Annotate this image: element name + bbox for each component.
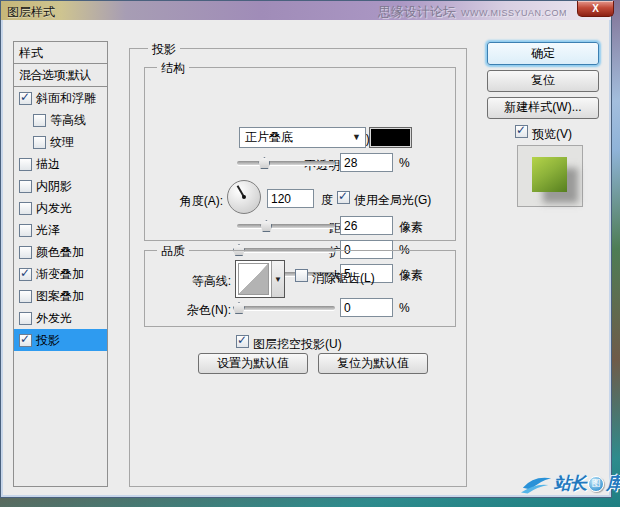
distance-slider[interactable]	[237, 219, 335, 232]
angle-dial[interactable]	[227, 180, 261, 214]
angle-unit: 度	[321, 192, 333, 209]
style-item-label: 渐变叠加	[36, 266, 84, 283]
knockout-label: 图层挖空投影(U)	[253, 336, 342, 353]
set-default-button[interactable]: 设置为默认值	[198, 353, 308, 374]
style-list-item[interactable]: 渐变叠加	[14, 263, 107, 285]
dropdown-arrow-icon: ▼	[352, 132, 361, 142]
style-list-item[interactable]: 图案叠加	[14, 285, 107, 307]
style-item-label: 光泽	[36, 222, 60, 239]
style-item-label: 外发光	[36, 310, 72, 327]
brand-name-left: 站长	[554, 472, 586, 495]
style-list-item[interactable]: 颜色叠加	[14, 241, 107, 263]
style-list-item[interactable]: 光泽	[14, 219, 107, 241]
brand-badge-icon: 图	[588, 476, 604, 492]
close-button[interactable]: X	[577, 1, 614, 17]
style-enable-checkbox[interactable]	[19, 180, 32, 193]
style-item-label: 等高线	[50, 112, 86, 129]
style-preview-box	[517, 145, 583, 207]
blending-options-item[interactable]: 混合选项:默认	[14, 64, 107, 87]
preview-label: 预览(V)	[532, 126, 572, 143]
structure-legend: 结构	[157, 60, 189, 77]
noise-input[interactable]	[340, 298, 393, 317]
knockout-checkbox[interactable]	[236, 335, 249, 348]
style-enable-checkbox[interactable]	[19, 290, 32, 303]
style-enable-checkbox[interactable]	[19, 158, 32, 171]
style-list-item[interactable]: 描边	[14, 153, 107, 175]
styles-panel: 样式 混合选项:默认 斜面和浮雕等高线纹理描边内阴影内发光光泽颜色叠加渐变叠加图…	[13, 41, 108, 487]
style-enable-checkbox[interactable]	[19, 312, 32, 325]
noise-slider[interactable]	[237, 301, 335, 314]
quality-legend: 品质	[157, 243, 189, 260]
drop-shadow-section: 投影 结构 混合模式(B): 正片叠底 ▼ 不透明度(O): % 角度(A):	[129, 48, 467, 487]
layer-style-dialog: 图层样式 思缘设计论坛 WWW.MISSYUAN.COM X 样式 混合选项:默…	[0, 0, 612, 498]
style-item-label: 斜面和浮雕	[36, 90, 96, 107]
style-item-label: 描边	[36, 156, 60, 173]
forum-url-watermark: WWW.MISSYUAN.COM	[461, 8, 567, 18]
quality-group: 品质 等高线: ▼ 消除锯齿(L) 杂色(N): %	[144, 250, 456, 327]
opacity-slider[interactable]	[237, 156, 335, 169]
style-item-label: 内阴影	[36, 178, 72, 195]
reset-button[interactable]: 复位	[487, 70, 599, 92]
dialog-title: 图层样式	[7, 4, 55, 21]
style-list-item[interactable]: 等高线	[14, 109, 107, 131]
new-style-button[interactable]: 新建样式(W)...	[487, 97, 599, 119]
preview-checkbox[interactable]	[515, 125, 528, 138]
style-enable-checkbox[interactable]	[33, 136, 46, 149]
style-preview-swatch	[532, 157, 567, 192]
style-list-item[interactable]: 内发光	[14, 197, 107, 219]
titlebar-watermark: 思缘设计论坛 WWW.MISSYUAN.COM	[378, 3, 567, 21]
opacity-unit: %	[399, 156, 410, 170]
style-item-label: 颜色叠加	[36, 244, 84, 261]
noise-slider-thumb[interactable]	[233, 302, 245, 314]
style-item-label: 纹理	[50, 134, 74, 151]
contour-thumbnail	[238, 263, 269, 295]
forum-name-watermark: 思缘设计论坛	[378, 3, 456, 21]
style-list-item[interactable]: 外发光	[14, 307, 107, 329]
style-item-label: 内发光	[36, 200, 72, 217]
style-enable-checkbox[interactable]	[19, 268, 32, 281]
style-enable-checkbox[interactable]	[19, 202, 32, 215]
angle-input[interactable]	[267, 189, 314, 208]
reset-default-button[interactable]: 复位为默认值	[318, 353, 428, 374]
contour-picker[interactable]: ▼	[235, 260, 285, 298]
styles-panel-header: 样式	[14, 42, 107, 64]
angle-label: 角度(A):	[145, 193, 223, 210]
opacity-slider-track	[237, 161, 335, 165]
shadow-color-swatch[interactable]	[369, 127, 412, 148]
anti-alias-label: 消除锯齿(L)	[312, 270, 375, 287]
ok-button[interactable]: 确定	[487, 42, 599, 65]
blend-mode-value: 正片叠底	[245, 129, 293, 146]
style-enable-checkbox[interactable]	[19, 334, 32, 347]
style-enable-checkbox[interactable]	[19, 246, 32, 259]
style-list-item[interactable]: 纹理	[14, 131, 107, 153]
opacity-slider-thumb[interactable]	[258, 157, 270, 169]
title-bar[interactable]: 图层样式 思缘设计论坛 WWW.MISSYUAN.COM X	[1, 1, 611, 20]
flame-swoosh-icon	[521, 473, 553, 495]
distance-unit: 像素	[399, 219, 423, 236]
brand-name-right: 库	[606, 472, 620, 495]
style-item-label: 图案叠加	[36, 288, 84, 305]
style-enable-checkbox[interactable]	[19, 224, 32, 237]
style-enable-checkbox[interactable]	[33, 114, 46, 127]
style-list-item[interactable]: 内阴影	[14, 175, 107, 197]
contour-label: 等高线:	[145, 273, 231, 290]
noise-label: 杂色(N):	[145, 302, 231, 319]
style-list-item[interactable]: 斜面和浮雕	[14, 87, 107, 109]
style-enable-checkbox[interactable]	[19, 92, 32, 105]
blend-mode-select[interactable]: 正片叠底 ▼	[239, 127, 366, 148]
footer-watermark: 站长 图 库	[521, 472, 620, 495]
contour-dropdown-arrow-icon[interactable]: ▼	[271, 261, 284, 297]
distance-slider-thumb[interactable]	[260, 220, 272, 232]
distance-slider-track	[237, 224, 335, 228]
drop-shadow-section-title: 投影	[148, 41, 180, 58]
noise-slider-track	[237, 306, 335, 310]
structure-group: 结构 混合模式(B): 正片叠底 ▼ 不透明度(O): % 角度(A): 度	[144, 67, 456, 241]
styles-list: 斜面和浮雕等高线纹理描边内阴影内发光光泽颜色叠加渐变叠加图案叠加外发光投影	[14, 87, 107, 351]
anti-alias-checkbox[interactable]	[295, 269, 308, 282]
global-light-checkbox[interactable]	[337, 191, 350, 204]
noise-unit: %	[399, 301, 410, 315]
style-item-label: 投影	[36, 332, 60, 349]
distance-input[interactable]	[340, 216, 393, 235]
opacity-input[interactable]	[340, 153, 393, 172]
style-list-item[interactable]: 投影	[14, 329, 107, 351]
